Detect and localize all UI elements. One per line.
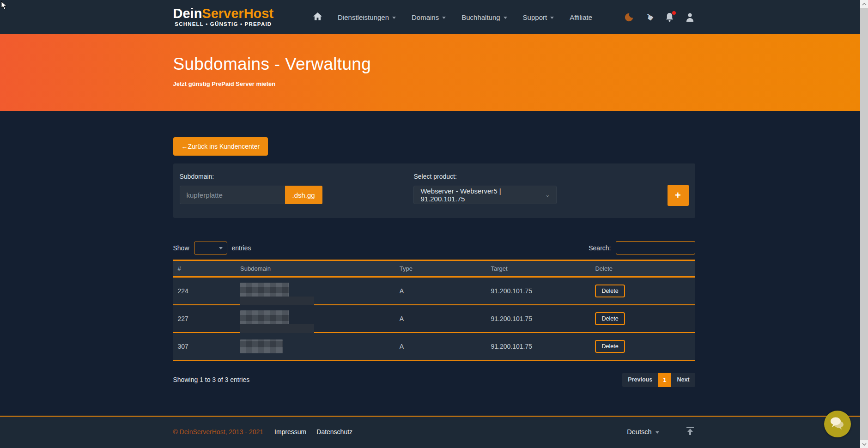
scrollbar-up-arrow[interactable] (860, 0, 868, 8)
show-entries-control: Show entries (173, 242, 251, 254)
product-field-group: Select product: Webserver - Webserver5 |… (413, 173, 617, 204)
delete-button[interactable]: Delete (595, 312, 625, 325)
table-row: 227 A 91.200.101.75 Delete (173, 305, 695, 333)
product-select[interactable]: Webserver - Webserver5 | 91.200.101.75 ⌄ (413, 186, 557, 204)
scrollbar-down-arrow[interactable] (860, 440, 868, 448)
brand-tagline: SCHNELL • GÜNSTIG • PREPAID (173, 22, 274, 27)
add-subdomain-button[interactable]: + (668, 185, 689, 206)
nav-dienstleistungen[interactable]: Dienstleistungen (338, 13, 396, 21)
chevron-down-icon (219, 247, 223, 249)
home-icon (313, 12, 322, 22)
nav-buchhaltung[interactable]: Buchhaltung (461, 13, 507, 21)
navbar-icon-group: ☚ (624, 12, 695, 22)
page-footer: © DeinServerHost, 2013 - 2021 Impressum … (0, 416, 868, 448)
language-label: Deutsch (627, 428, 651, 436)
copyright-text: © DeinServerHost, 2013 - 2021 (173, 428, 264, 436)
pagination-previous[interactable]: Previous (622, 373, 658, 387)
page-title: Subdomains - Verwaltung (173, 54, 695, 74)
delete-button[interactable]: Delete (595, 285, 625, 297)
table-row: 307 A 91.200.101.75 Delete (173, 333, 695, 360)
entries-label: entries (232, 244, 251, 252)
cell-type: A (395, 277, 486, 305)
pagination: Previous 1 Next (622, 373, 695, 387)
cell-target: 91.200.101.75 (486, 333, 590, 360)
nav-label: Buchhaltung (461, 13, 500, 21)
nav-home[interactable] (313, 12, 322, 22)
top-navbar: DeinServerHost SCHNELL • GÜNSTIG • PREPA… (0, 0, 868, 34)
back-to-customer-center-button[interactable]: ←Zurück ins Kundencenter (173, 137, 268, 156)
redacted-blur (240, 339, 283, 353)
account-person-icon[interactable] (685, 12, 695, 22)
notification-dot (672, 11, 676, 15)
subdomains-table: # Subdomain Type Target Delete 224 (173, 260, 695, 361)
cell-subdomain-redacted (236, 277, 395, 305)
cell-target: 91.200.101.75 (486, 305, 590, 333)
col-header-delete[interactable]: Delete (590, 260, 695, 277)
domain-suffix-button[interactable]: .dsh.gg (285, 186, 322, 204)
subdomain-field-group: Subdomain: .dsh.gg (180, 173, 414, 204)
vertical-scrollbar[interactable] (860, 0, 868, 448)
live-chat-button[interactable] (824, 411, 851, 437)
redacted-blur-extension (240, 297, 314, 305)
subdomain-input[interactable] (180, 186, 285, 204)
search-control: Search: (589, 241, 695, 254)
col-header-subdomain[interactable]: Subdomain (236, 260, 395, 277)
entries-per-page-select[interactable] (194, 242, 227, 254)
subdomain-input-group: .dsh.gg (180, 186, 318, 204)
cell-target: 91.200.101.75 (486, 277, 590, 305)
entries-summary: Showing 1 to 3 of 3 entries (173, 376, 250, 383)
page-subtitle: Jetzt günstig PrePaid Server mieten (173, 80, 695, 87)
pagination-page-1[interactable]: 1 (658, 373, 671, 387)
delete-button[interactable]: Delete (595, 340, 625, 353)
nav-label: Affiliate (570, 13, 592, 21)
brand-logo[interactable]: DeinServerHost SCHNELL • GÜNSTIG • PREPA… (173, 7, 274, 27)
table-footer: Showing 1 to 3 of 3 entries Previous 1 N… (173, 373, 695, 387)
impressum-link[interactable]: Impressum (274, 428, 306, 436)
language-select[interactable]: Deutsch (627, 428, 659, 436)
chevron-down-icon: ⌄ (545, 192, 550, 198)
chat-bubbles-icon (830, 416, 845, 432)
nav-support[interactable]: Support (523, 13, 554, 21)
col-header-target[interactable]: Target (486, 260, 590, 277)
cell-id: 307 (173, 333, 236, 360)
chevron-down-icon (442, 17, 446, 19)
redacted-blur-extension (240, 324, 314, 333)
table-row: 224 A 91.200.101.75 Delete (173, 277, 695, 305)
pagination-next[interactable]: Next (671, 373, 695, 387)
chevron-down-icon (656, 431, 659, 434)
brand-part-serverhost: ServerHost (202, 6, 273, 21)
nav-label: Domains (412, 13, 439, 21)
cell-subdomain-redacted (236, 333, 395, 360)
subdomain-label: Subdomain: (180, 173, 414, 180)
col-header-type[interactable]: Type (395, 260, 486, 277)
product-selected-value: Webserver - Webserver5 | 91.200.101.75 (420, 187, 545, 203)
cell-id: 224 (173, 277, 236, 305)
page-hero-banner: Subdomains - Verwaltung Jetzt günstig Pr… (0, 34, 868, 111)
nav-domains[interactable]: Domains (412, 13, 446, 21)
nav-affiliate[interactable]: Affiliate (570, 13, 592, 21)
nav-label: Dienstleistungen (338, 13, 389, 21)
chevron-down-icon (550, 17, 554, 19)
notifications-bell-icon[interactable] (665, 12, 675, 22)
chevron-down-icon (392, 17, 396, 19)
nav-label: Support (523, 13, 547, 21)
show-label: Show (173, 244, 189, 252)
datenschutz-link[interactable]: Datenschutz (316, 428, 352, 436)
brand-wordmark: DeinServerHost (173, 7, 274, 20)
table-header-row: # Subdomain Type Target Delete (173, 260, 695, 277)
create-subdomain-panel: Subdomain: .dsh.gg Select product: Webse… (173, 163, 695, 218)
cell-type: A (395, 333, 486, 360)
cell-id: 227 (173, 305, 236, 333)
cell-subdomain-redacted (236, 305, 395, 333)
main-menu: Dienstleistungen Domains Buchhaltung Sup… (313, 12, 592, 22)
main-content: ←Zurück ins Kundencenter Subdomain: .dsh… (0, 111, 868, 387)
cell-type: A (395, 305, 486, 333)
search-input[interactable] (616, 241, 695, 254)
search-label: Search: (589, 244, 611, 252)
col-header-id[interactable]: # (173, 260, 236, 277)
scroll-to-top-icon[interactable] (685, 426, 695, 438)
footer-links: Impressum Datenschutz (274, 428, 352, 436)
dark-mode-moon-icon[interactable] (624, 12, 634, 22)
subdomain-table-section: Show entries Search: # Subdomain (173, 241, 695, 387)
hand-pointer-icon[interactable]: ☚ (644, 12, 655, 22)
